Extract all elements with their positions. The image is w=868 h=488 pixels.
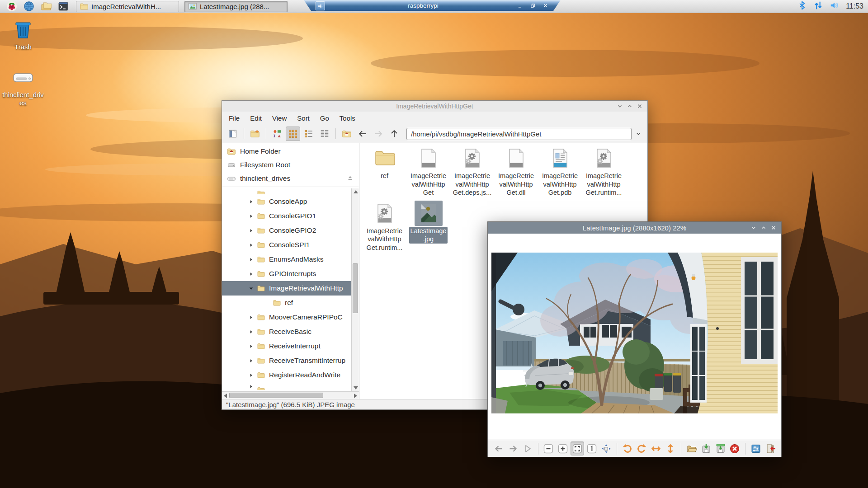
view-compact-button[interactable] [302, 127, 316, 141]
go-home-button[interactable] [340, 127, 354, 141]
menu-tools[interactable]: Tools [340, 114, 355, 122]
menu-sort[interactable]: Sort [297, 114, 310, 122]
fullscreen-button[interactable] [599, 441, 613, 455]
slideshow-button[interactable] [521, 441, 534, 455]
tree-item-ref[interactable]: ref [222, 296, 351, 310]
tray-volume[interactable] [830, 0, 840, 12]
expander-closed-icon[interactable] [248, 256, 255, 263]
expander-closed-icon[interactable] [248, 212, 255, 220]
launcher-menu[interactable] [5, 0, 19, 12]
scrollbar-thumb[interactable] [229, 393, 323, 398]
expander-open-icon[interactable] [248, 285, 255, 292]
new-tab-button[interactable] [226, 127, 240, 141]
tree-horizontal-scrollbar[interactable] [222, 391, 359, 399]
quit-button[interactable] [764, 441, 777, 455]
view-icons-button[interactable] [286, 127, 300, 141]
tree-item-receiveinterrupt[interactable]: ReceiveInterrupt [222, 339, 351, 353]
tree-item-registerreadandwrite[interactable]: RegisterReadAndWrite [222, 368, 351, 382]
view-detailed-button[interactable] [317, 127, 332, 141]
view-thumbnails-button[interactable] [270, 127, 284, 141]
tree-item-consoleapp[interactable]: ConsoleApp [222, 194, 351, 209]
expander-closed-icon[interactable] [248, 383, 255, 390]
taskbar-task[interactable]: ImageRetrievalWithH... [76, 1, 179, 12]
expander-closed-icon[interactable] [248, 227, 255, 234]
launcher-file-manager[interactable] [39, 0, 53, 12]
file-imageretrievalwithhttpget[interactable]: ImageRetrie valWithHttp Get [406, 145, 450, 197]
file-latestimage.jpg[interactable]: LatestImage .jpg [406, 201, 450, 252]
menu-go[interactable]: Go [320, 114, 329, 122]
rdp-close-button[interactable] [542, 1, 549, 9]
open-file-button[interactable] [685, 441, 698, 455]
tree-item-consolespi1[interactable]: ConsoleSPI1 [222, 238, 351, 252]
menu-file[interactable]: File [229, 114, 240, 122]
fm-shade-button[interactable] [615, 102, 625, 110]
scroll-right-arrow[interactable] [354, 394, 357, 398]
tree-item-consolegpio1[interactable]: ConsoleGPIO1 [222, 209, 351, 223]
path-dropdown-button[interactable] [633, 128, 644, 140]
fm-close-button[interactable] [635, 102, 645, 110]
iv-shade-button[interactable] [749, 224, 759, 232]
place-home-folder[interactable]: Home Folder [222, 145, 359, 158]
expander-closed-icon[interactable] [248, 371, 255, 379]
flip-vertical-button[interactable] [664, 441, 677, 455]
tree-item-enumsandmasks[interactable]: EnumsAndMasks [222, 252, 351, 267]
save-as-button[interactable] [714, 441, 727, 455]
launcher-browser[interactable] [22, 0, 36, 12]
menu-view[interactable]: View [272, 114, 287, 122]
scroll-left-arrow[interactable] [224, 394, 227, 398]
rdp-restore-button[interactable] [529, 1, 536, 9]
expander-closed-icon[interactable] [248, 270, 255, 277]
file-imageretrievalwithhttpget.deps.js...[interactable]: ImageRetrie valWithHttp Get.deps.js... [450, 145, 494, 197]
zoom-in-button[interactable] [556, 441, 570, 455]
launcher-terminal[interactable] [56, 0, 71, 12]
expander-closed-icon[interactable] [248, 328, 255, 335]
scroll-down-arrow[interactable] [354, 386, 358, 389]
fm-maximize-button[interactable] [625, 102, 635, 110]
rotate-clockwise-button[interactable] [635, 441, 649, 455]
menu-edit[interactable]: Edit [250, 114, 262, 122]
original-size-button[interactable] [585, 441, 599, 455]
expander-closed-icon[interactable] [248, 357, 255, 364]
desktop-icon-thinclient-drives[interactable]: thinclient_drives [0, 67, 46, 107]
flip-horizontal-button[interactable] [649, 441, 663, 455]
file-imageretrievalwithhttpget.runtim...[interactable]: ImageRetrie valWithHttp Get.runtim... [582, 145, 626, 197]
file-imageretrievalwithhttpget.runtim...[interactable]: ImageRetrie valWithHttp Get.runtim... [363, 201, 406, 252]
file-manager-titlebar[interactable]: ImageRetrievalWithHttpGet [222, 101, 647, 112]
expander-closed-icon[interactable] [248, 314, 255, 321]
desktop-icon-trash[interactable]: Trash [0, 19, 46, 51]
tree-vertical-scrollbar[interactable] [351, 188, 359, 391]
delete-file-button[interactable] [728, 441, 742, 455]
taskbar-task[interactable]: LatestImage.jpg (288... [184, 1, 288, 12]
iv-close-button[interactable] [769, 224, 778, 232]
iv-maximize-button[interactable] [759, 224, 769, 232]
file-ref[interactable]: ref [363, 145, 406, 197]
clock[interactable]: 11:53 [846, 2, 863, 10]
expander-closed-icon[interactable] [248, 241, 255, 249]
place-thinclient-drives[interactable]: thinclient_drives [222, 172, 359, 185]
go-back-button[interactable] [355, 127, 370, 141]
new-folder-button[interactable] [248, 127, 262, 141]
image-viewer-titlebar[interactable]: LatestImage.jpg (2880x1620) 22% [488, 222, 781, 234]
tree-item-receivebasic[interactable]: ReceiveBasic [222, 324, 351, 339]
file-imageretrievalwithhttpget.pdb[interactable]: ImageRetrie valWithHttp Get.pdb [538, 145, 582, 197]
tree-item-moovercamerarpipoc[interactable]: MooverCameraRPIPoC [222, 310, 351, 324]
path-input[interactable] [406, 128, 632, 140]
scrollbar-thumb[interactable] [353, 263, 358, 313]
save-file-button[interactable] [699, 441, 713, 455]
file-imageretrievalwithhttpget.dll[interactable]: ImageRetrie valWithHttp Get.dll [494, 145, 538, 197]
tree-item-consolegpio2[interactable]: ConsoleGPIO2 [222, 223, 351, 238]
next-image-button[interactable] [506, 441, 520, 455]
expander-closed-icon[interactable] [248, 343, 255, 350]
tray-network[interactable] [813, 0, 823, 12]
previous-image-button[interactable] [492, 441, 505, 455]
scroll-up-arrow[interactable] [354, 190, 358, 193]
eject-button[interactable] [346, 174, 354, 183]
preferences-button[interactable] [749, 441, 763, 455]
rdp-minimize-button[interactable] [517, 1, 524, 9]
tree-item-gpiointerrupts[interactable]: GPIOInterrupts [222, 267, 351, 281]
tree-item-imageretrievalwithhttp[interactable]: ImageRetrievalWithHttp [222, 281, 351, 296]
zoom-out-button[interactable] [542, 441, 555, 455]
go-forward-button[interactable] [371, 127, 386, 141]
rotate-counterclockwise-button[interactable] [621, 441, 634, 455]
tray-bluetooth[interactable] [797, 0, 807, 12]
